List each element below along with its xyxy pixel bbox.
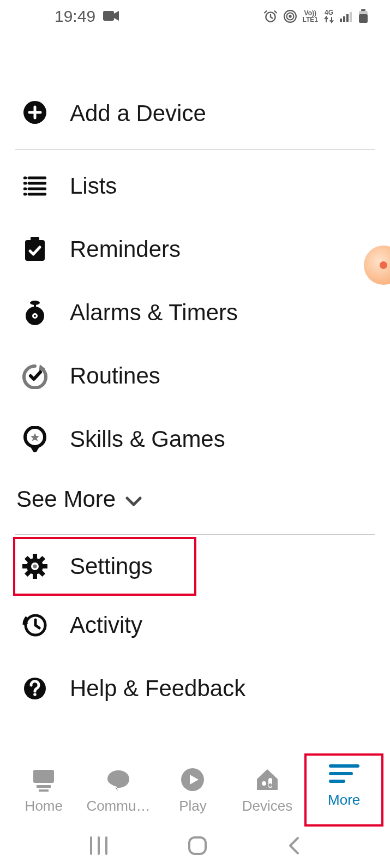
bottom-tab-bar: Home Commu… Play Devices More	[0, 757, 390, 823]
svg-point-42	[33, 693, 37, 696]
svg-rect-11	[359, 14, 368, 23]
battery-icon	[358, 9, 368, 23]
tab-play-label: Play	[179, 798, 207, 815]
svg-rect-5	[340, 19, 342, 22]
lists-item[interactable]: Lists	[15, 154, 375, 218]
lists-label: Lists	[70, 173, 117, 199]
gear-icon	[22, 554, 48, 579]
svg-rect-44	[37, 785, 51, 788]
reminders-icon	[22, 237, 48, 262]
see-more-label: See More	[16, 486, 116, 512]
devices-icon	[255, 766, 280, 793]
svg-rect-33	[42, 564, 47, 568]
tab-devices[interactable]: Devices	[230, 766, 305, 815]
activity-label: Activity	[70, 612, 142, 638]
tab-communicate[interactable]: Commu…	[81, 766, 156, 815]
tab-home[interactable]: Home	[7, 766, 81, 815]
svg-rect-21	[25, 240, 45, 261]
settings-item[interactable]: Settings	[13, 537, 196, 596]
alarms-item[interactable]: Alarms & Timers	[15, 281, 375, 344]
add-device-icon	[22, 100, 48, 127]
activity-icon	[22, 613, 48, 638]
svg-rect-8	[350, 12, 352, 22]
svg-rect-22	[31, 237, 39, 242]
help-icon	[22, 677, 48, 701]
lists-icon	[22, 176, 48, 196]
settings-label: Settings	[70, 553, 153, 579]
status-right: Vo)) LTE1 4G	[263, 9, 368, 23]
more-menu-content: Add a Device Lists Reminders Alarms & Ti…	[0, 33, 390, 720]
svg-point-27	[34, 315, 36, 317]
add-device-item[interactable]: Add a Device	[15, 82, 375, 145]
svg-rect-43	[33, 770, 54, 783]
help-item[interactable]: Help & Feedback	[15, 657, 375, 720]
routines-label: Routines	[70, 363, 160, 389]
svg-rect-56	[189, 837, 206, 854]
svg-rect-45	[39, 789, 49, 792]
svg-rect-6	[343, 16, 345, 22]
status-bar: 19:49 Vo)) LTE1 4G	[0, 0, 390, 33]
help-label: Help & Feedback	[70, 675, 245, 702]
tab-play[interactable]: Play	[155, 766, 230, 815]
reminders-label: Reminders	[70, 236, 181, 262]
divider	[15, 534, 375, 535]
signal-icon	[340, 11, 353, 22]
alarms-icon	[22, 300, 48, 326]
add-device-label: Add a Device	[70, 100, 206, 127]
svg-rect-0	[103, 11, 114, 21]
skills-label: Skills & Games	[70, 426, 225, 452]
camera-icon	[103, 7, 119, 26]
volte-indicator: Vo)) LTE1	[303, 10, 318, 23]
svg-rect-31	[33, 573, 37, 579]
status-left: 19:49	[55, 7, 119, 26]
tab-more-label: More	[328, 792, 360, 809]
skills-item[interactable]: Skills & Games	[15, 408, 375, 471]
tab-home-label: Home	[25, 798, 63, 815]
activity-item[interactable]: Activity	[15, 594, 375, 657]
see-more-toggle[interactable]: See More	[15, 471, 375, 530]
routines-item[interactable]: Routines	[15, 344, 375, 408]
status-time: 19:49	[55, 7, 95, 26]
routines-icon	[22, 363, 48, 389]
svg-point-47	[262, 781, 266, 786]
svg-rect-32	[22, 564, 28, 568]
tab-more[interactable]: More	[304, 753, 383, 827]
network-indicator: 4G	[323, 9, 334, 23]
tab-devices-label: Devices	[242, 798, 292, 815]
home-icon	[31, 766, 56, 793]
svg-rect-9	[361, 9, 365, 11]
system-nav-bar	[0, 823, 390, 868]
divider	[15, 149, 375, 150]
tab-communicate-label: Commu…	[86, 798, 150, 815]
skills-icon	[22, 426, 48, 452]
svg-rect-30	[33, 554, 37, 559]
alarms-label: Alarms & Timers	[70, 300, 238, 326]
sys-back-button[interactable]	[287, 836, 301, 855]
play-icon	[180, 766, 205, 793]
chat-icon	[106, 766, 131, 793]
svg-point-39	[33, 565, 37, 568]
svg-point-49	[269, 783, 272, 787]
svg-rect-7	[346, 14, 349, 22]
alarm-icon	[263, 9, 278, 23]
chevron-down-icon	[125, 486, 142, 512]
svg-point-2	[289, 15, 291, 17]
sys-home-button[interactable]	[188, 836, 207, 855]
sys-recents-button[interactable]	[89, 836, 109, 855]
reminders-item[interactable]: Reminders	[15, 218, 375, 281]
hotspot-icon	[283, 9, 297, 23]
more-icon	[328, 760, 360, 787]
